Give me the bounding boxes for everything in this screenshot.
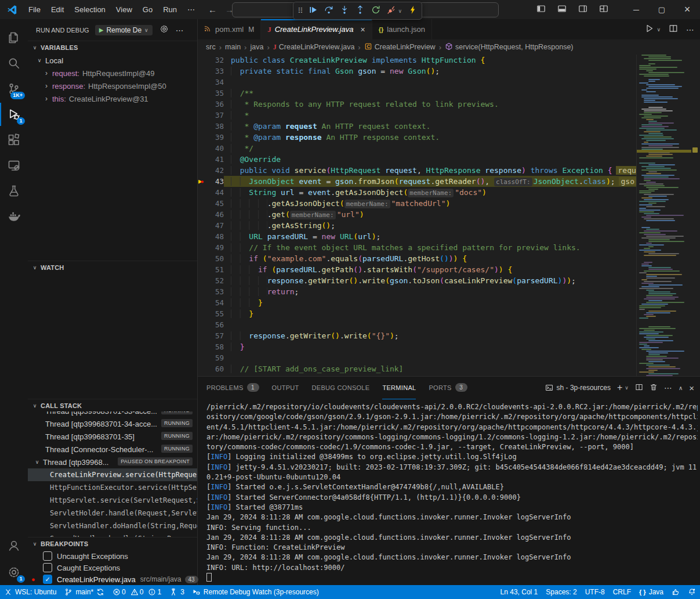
thread-row[interactable]: Thread [qtp399683701-34-acce...RUNNING xyxy=(28,417,197,430)
variables-header[interactable]: ∨VARIABLES xyxy=(28,41,197,54)
code-line[interactable]: 32public class CreateLinkPreview impleme… xyxy=(197,55,636,66)
hot-code-replace-button[interactable] xyxy=(408,5,418,16)
status-eol[interactable]: CRLF xyxy=(609,588,635,596)
breadcrumb-item[interactable]: main xyxy=(225,43,241,51)
call-stack-header[interactable]: ∨CALL STACK xyxy=(28,399,197,412)
kill-terminal-icon[interactable] xyxy=(650,383,658,393)
new-terminal-icon[interactable]: + xyxy=(617,383,622,393)
launch-config-dropdown[interactable]: ▶ Remote De ∨ xyxy=(95,25,153,35)
stack-frame-row[interactable]: CreateLinkPreview.service(HttpReques xyxy=(28,468,197,481)
gutter-line-number[interactable]: 33 xyxy=(197,66,224,77)
code-line[interactable]: 42 public void service(HttpRequest reque… xyxy=(197,165,636,176)
disconnect-button[interactable] xyxy=(387,5,396,16)
watch-header[interactable]: ∨WATCH xyxy=(28,261,197,274)
gutter-line-number[interactable]: 42 xyxy=(197,165,224,176)
restart-button[interactable] xyxy=(371,5,380,16)
gutter-line-number[interactable]: 48 xyxy=(197,231,224,242)
breakpoint-checkbox[interactable] xyxy=(43,551,52,561)
activity-remote-explorer-icon[interactable] xyxy=(0,153,28,178)
step-out-button[interactable] xyxy=(356,5,365,16)
stack-frame-row[interactable]: ServletHandler.doHandle(String,Reque xyxy=(28,519,197,532)
gutter-line-number[interactable]: 52 xyxy=(197,275,224,286)
activity-testing-icon[interactable] xyxy=(0,178,28,204)
menu-item-run[interactable]: Run xyxy=(158,5,182,14)
gutter-line-number[interactable]: 43▶● xyxy=(197,176,224,187)
gutter-line-number[interactable]: 53 xyxy=(197,286,224,297)
menu-item-file[interactable]: File xyxy=(23,5,46,14)
breakpoint-row[interactable]: ●✓CreateLinkPreview.javasrc/main/java43 xyxy=(28,573,197,585)
code-line[interactable]: 46 .get(memberName:"url") xyxy=(197,209,636,220)
continue-button[interactable] xyxy=(309,5,318,16)
sidebar-more-actions-icon[interactable]: ⋯ xyxy=(176,26,184,35)
tab-close-icon[interactable]: × xyxy=(360,25,365,34)
code-line[interactable]: 36 * Responds to any HTTP request relate… xyxy=(197,99,636,110)
menu-item-view[interactable]: View xyxy=(111,5,137,14)
split-terminal-icon[interactable] xyxy=(635,383,643,393)
menu-item-selection[interactable]: Selection xyxy=(69,5,110,14)
code-line[interactable]: 39 * @param response An HTTP response co… xyxy=(197,132,636,143)
activity-search-icon[interactable] xyxy=(0,50,28,76)
gutter-line-number[interactable]: 41 xyxy=(197,154,224,165)
gutter-line-number[interactable]: 35 xyxy=(197,88,224,99)
editor-more-actions-icon[interactable]: ⋯ xyxy=(686,25,694,34)
breakpoint-row[interactable]: Caught Exceptions xyxy=(28,562,197,573)
minimize-button[interactable]: ─ xyxy=(623,0,649,19)
gutter-line-number[interactable]: 32 xyxy=(197,55,224,66)
thread-row[interactable]: Thread [qtp399683701-35]RUNNING xyxy=(28,430,197,443)
split-editor-icon[interactable] xyxy=(669,24,678,35)
activity-explorer-icon[interactable] xyxy=(0,25,28,50)
code-line[interactable]: 34 xyxy=(197,77,636,88)
customize-layout-icon[interactable] xyxy=(599,4,608,15)
status-feedback[interactable] xyxy=(668,588,684,596)
gutter-line-number[interactable]: 57 xyxy=(197,330,224,341)
status-ports[interactable]: 3 xyxy=(165,585,188,599)
gutter-line-number[interactable]: 34 xyxy=(197,77,224,88)
code-line[interactable]: 54 } xyxy=(197,297,636,308)
code-editor[interactable]: 32public class CreateLinkPreview impleme… xyxy=(197,55,636,376)
debug-settings-gear-icon[interactable] xyxy=(159,24,169,35)
variable-row[interactable]: ›response:HttpResponseImpl@50 xyxy=(28,80,197,92)
gutter-line-number[interactable]: 50 xyxy=(197,253,224,264)
status-debug[interactable]: Remote Debug Watch (3p-resources) xyxy=(188,585,323,599)
toggle-panel-icon[interactable] xyxy=(557,4,567,15)
status-cursor-position[interactable]: Ln 43, Col 1 xyxy=(496,588,542,596)
maximize-panel-icon[interactable]: ∧ xyxy=(679,385,683,391)
menu-item-go[interactable]: Go xyxy=(137,5,158,14)
gutter-line-number[interactable]: 46 xyxy=(197,209,224,220)
menu-item-edit[interactable]: Edit xyxy=(46,5,69,14)
drag-handle-icon[interactable]: ⠿ xyxy=(298,6,302,15)
code-line[interactable]: 50 if ("example.com".equals(parsedURL.ge… xyxy=(197,253,636,264)
disconnect-dropdown-chevron-icon[interactable]: ∨ xyxy=(398,8,402,14)
code-line[interactable]: 35 /** xyxy=(197,88,636,99)
variable-row[interactable]: ›this:CreateLinkPreview@31 xyxy=(28,92,197,105)
maximize-button[interactable]: ▢ xyxy=(649,0,674,19)
gutter-line-number[interactable]: 54 xyxy=(197,297,224,308)
variables-scope-row[interactable]: ∨Local xyxy=(28,54,197,67)
stack-frame-row[interactable]: HttpServlet.service(ServletRequest,S xyxy=(28,494,197,507)
status-problems[interactable]: 001 xyxy=(108,585,165,599)
tab-pom-xml[interactable]: pom.xmlM xyxy=(197,19,261,39)
code-line[interactable]: 41 @Override xyxy=(197,154,636,165)
tab-createlinkpreview-java[interactable]: JCreateLinkPreview.java× xyxy=(261,19,372,39)
code-line[interactable]: 59 xyxy=(197,352,636,363)
code-line[interactable]: 38 * @param request An HTTP request cont… xyxy=(197,121,636,132)
gutter-line-number[interactable]: 37 xyxy=(197,110,224,121)
toggle-primary-sidebar-icon[interactable] xyxy=(536,4,546,15)
code-line[interactable]: 52 response.getWriter().write(gson.toJso… xyxy=(197,275,636,286)
panel-tab-ports[interactable]: PORTS3 xyxy=(429,377,467,399)
code-line[interactable]: 48 URL parsedURL = new URL(url); xyxy=(197,231,636,242)
activity-docker-icon[interactable] xyxy=(0,204,28,229)
activity-source-control-icon[interactable]: 1K+ xyxy=(0,76,28,102)
gutter-line-number[interactable]: 55 xyxy=(197,308,224,319)
terminal-instance-label[interactable]: sh - 3p-resources xyxy=(545,384,611,392)
gutter-line-number[interactable]: 40 xyxy=(197,143,224,154)
code-line[interactable]: 44 String url = event.getAsJsonObject(me… xyxy=(197,187,636,198)
activity-extensions-icon[interactable] xyxy=(0,127,28,153)
activity-accounts-icon[interactable] xyxy=(0,533,28,558)
panel-tab-problems[interactable]: PROBLEMS1 xyxy=(206,377,259,399)
breadcrumb-item[interactable]: java xyxy=(250,43,263,51)
step-over-button[interactable] xyxy=(324,5,333,16)
code-line[interactable]: 47 .getAsString(); xyxy=(197,220,636,231)
code-line[interactable]: 57 response.getWriter().write("{}"); xyxy=(197,330,636,341)
menu-item-[interactable]: ⋯ xyxy=(182,5,200,14)
